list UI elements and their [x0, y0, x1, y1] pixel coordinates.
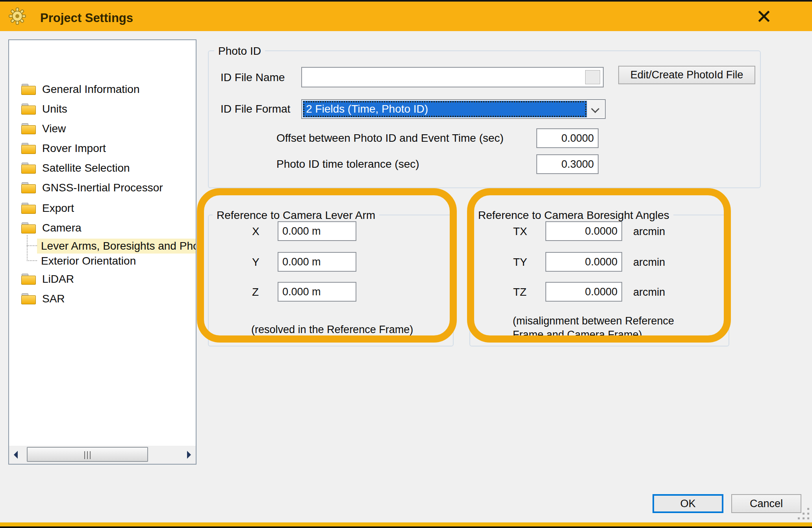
scroll-left-arrow[interactable] [11, 449, 22, 461]
boresight-ty-label: TY [513, 256, 527, 269]
sidebar-item-lever-arms-boresights[interactable]: Lever Arms, Boresights and Phot [9, 239, 196, 254]
cancel-button[interactable]: Cancel [731, 494, 801, 513]
folder-icon [21, 293, 36, 304]
tolerance-label: Photo ID time tolerance (sec) [276, 158, 419, 170]
boresight-tz-label: TZ [513, 286, 527, 298]
ok-button[interactable]: OK [653, 494, 723, 513]
boresight-ty-unit: arcmin [633, 256, 665, 269]
lever-y-label: Y [252, 256, 260, 269]
folder-icon [21, 163, 36, 174]
id-file-name-label: ID File Name [221, 71, 285, 84]
lever-x-label: X [252, 225, 260, 238]
settings-tree: General Information Units View Rover Imp… [8, 39, 197, 465]
boresight-ty-input[interactable] [545, 252, 622, 272]
window-title: Project Settings [40, 3, 133, 33]
project-settings-window: Project Settings General Information Uni… [0, 0, 812, 528]
tree-horizontal-scrollbar [9, 446, 196, 464]
folder-icon [21, 222, 36, 233]
folder-icon [21, 84, 36, 95]
sidebar-item-rover-import[interactable]: Rover Import [9, 141, 196, 156]
folder-icon [21, 123, 36, 134]
lever-z-input[interactable] [278, 282, 356, 302]
scroll-right-arrow[interactable] [182, 449, 194, 461]
id-file-format-label: ID File Format [221, 103, 290, 115]
scrollbar-thumb[interactable] [27, 447, 148, 462]
folder-icon [21, 274, 36, 285]
dropdown-arrow-button[interactable] [587, 101, 604, 117]
sidebar-item-export[interactable]: Export [9, 200, 196, 216]
lever-z-label: Z [252, 286, 259, 298]
sidebar-item-view[interactable]: View [9, 121, 196, 137]
boresight-group-label: Reference to Camera Boresight Angles [474, 209, 673, 222]
sidebar-item-exterior-orientation[interactable]: Exterior Orientation [9, 254, 196, 269]
boresight-caption-line1: (misalignment between Reference [513, 315, 674, 327]
lever-y-input[interactable] [278, 252, 356, 272]
folder-icon [21, 203, 36, 214]
photo-id-group-label: Photo ID [214, 45, 265, 57]
id-file-browse-button[interactable] [585, 70, 600, 84]
offset-input[interactable] [536, 128, 599, 148]
title-bar: Project Settings [0, 2, 812, 31]
boresight-tx-unit: arcmin [633, 226, 665, 238]
close-button[interactable] [751, 6, 776, 27]
window-bottom-border [0, 522, 812, 526]
chevron-down-icon [591, 105, 599, 113]
id-file-format-dropdown[interactable]: 2 Fields (Time, Photo ID) [301, 99, 606, 119]
lever-x-input[interactable] [278, 221, 356, 241]
edit-create-photoid-button[interactable]: Edit/Create PhotoId File [618, 66, 755, 84]
sidebar-item-sar[interactable]: SAR [9, 291, 196, 307]
right-triangle-icon [187, 451, 191, 459]
id-file-name-input[interactable] [301, 67, 604, 87]
offset-label: Offset between Photo ID and Event Time (… [276, 132, 504, 145]
boresight-tz-unit: arcmin [633, 286, 665, 298]
folder-icon [21, 182, 36, 193]
folder-icon [21, 143, 36, 154]
sidebar-item-lidar[interactable]: LiDAR [9, 271, 196, 287]
screen-bottom-edge [0, 526, 812, 528]
gear-icon [9, 7, 26, 25]
left-triangle-icon [14, 451, 18, 459]
lever-arm-caption: (resolved in the Reference Frame) [251, 324, 413, 336]
sidebar-item-gnss-inertial-processor[interactable]: GNSS-Inertial Processor [9, 180, 196, 196]
boresight-tz-input[interactable] [545, 282, 622, 302]
boresight-tx-label: TX [513, 225, 527, 238]
tolerance-input[interactable] [536, 154, 599, 174]
sidebar-item-general-information[interactable]: General Information [9, 82, 196, 97]
sidebar-item-satellite-selection[interactable]: Satellite Selection [9, 160, 196, 176]
boresight-caption-line2: Frame and Camera Frame) [513, 329, 642, 341]
lever-arm-group-label: Reference to Camera Lever Arm [213, 209, 379, 222]
thumb-grip-icon [84, 451, 91, 459]
dropdown-selected-value: 2 Fields (Time, Photo ID) [303, 101, 587, 117]
folder-icon [21, 104, 36, 115]
sidebar-item-units[interactable]: Units [9, 101, 196, 117]
resize-grip-icon[interactable] [798, 508, 812, 522]
boresight-tx-input[interactable] [545, 221, 622, 241]
sidebar-item-camera[interactable]: Camera [9, 220, 196, 236]
